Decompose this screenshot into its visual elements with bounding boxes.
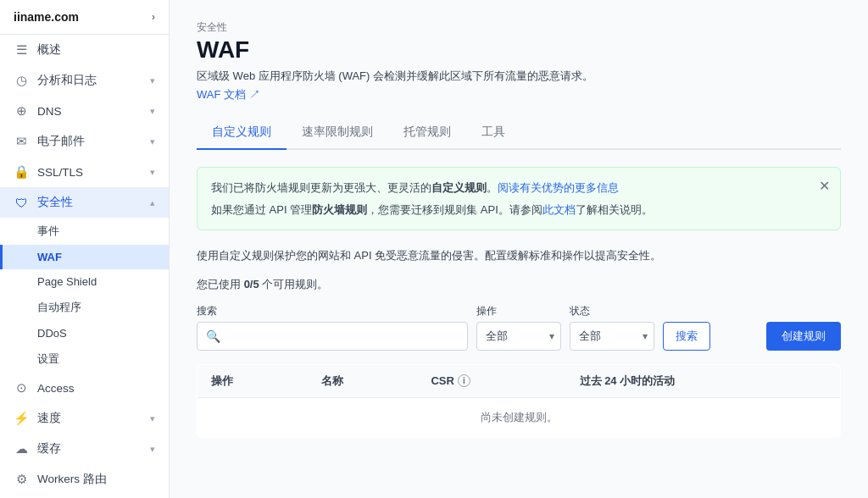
access-icon: ⊙ [14, 380, 29, 396]
sidebar-item-rules[interactable]: ☰ 规则 ▾ [0, 495, 169, 498]
sidebar-label-workers: Workers 路由 [37, 472, 107, 487]
dns-arrow-icon: ▾ [150, 106, 155, 117]
sidebar: iiname.com › ☰ 概述 ◷ 分析和日志 ▾ ⊕ DNS ▾ ✉ 电子… [0, 0, 170, 498]
col-csr: CSR i [417, 364, 565, 397]
search-icon: 🔍 [206, 329, 220, 343]
sidebar-sub-pageshield[interactable]: Page Shield [0, 269, 169, 294]
col-activity: 过去 24 小时的活动 [566, 364, 841, 397]
sidebar-label-speed: 速度 [37, 411, 61, 426]
security-arrow-icon: ▴ [150, 197, 155, 208]
status-select-wrap: 全部 [570, 322, 654, 351]
sidebar-sub-label-pageshield: Page Shield [37, 275, 97, 288]
tab-tools[interactable]: 工具 [466, 116, 520, 150]
status-group: 状态 全部 [570, 304, 654, 351]
email-arrow-icon: ▾ [150, 136, 155, 147]
domain-name: iiname.com [14, 10, 79, 24]
alert-link-2[interactable]: 此文档 [542, 203, 576, 216]
analytics-icon: ◷ [14, 73, 29, 88]
search-input-wrap: 🔍 [197, 322, 468, 351]
cache-arrow-icon: ▾ [150, 444, 155, 455]
alert-suffix-1: 。 [487, 181, 498, 194]
sidebar-item-access[interactable]: ⊙ Access [0, 373, 169, 403]
status-label: 状态 [570, 304, 654, 318]
page-subtitle: 安全性 [197, 20, 841, 35]
alert-bold-2: 防火墙规则 [312, 203, 367, 216]
speed-arrow-icon: ▾ [150, 413, 155, 424]
alert-prefix-2: 如果您通过 API 管理 [211, 203, 312, 216]
empty-text: 尚未创建规则。 [198, 397, 841, 437]
page-description: 区域级 Web 应用程序防火墙 (WAF) 会检测并缓解此区域下所有流量的恶意请… [197, 69, 841, 84]
sidebar-item-ssl[interactable]: 🔒 SSL/TLS ▾ [0, 157, 169, 187]
alert-bold-1: 自定义规则 [431, 181, 487, 194]
alert-link-1[interactable]: 阅读有关优势的更多信息 [498, 181, 619, 194]
tab-managed-rules[interactable]: 托管规则 [388, 116, 466, 150]
email-icon: ✉ [14, 134, 29, 149]
rules-count: 您已使用 0/5 个可用规则。 [197, 277, 841, 292]
sidebar-sub-label-events: 事件 [37, 224, 59, 239]
alert-suffix-2: ，您需要迁移到规则集 API。请参阅 [367, 203, 542, 216]
sidebar-item-email[interactable]: ✉ 电子邮件 ▾ [0, 126, 169, 157]
csr-info-icon[interactable]: i [458, 374, 470, 387]
sidebar-label-cache: 缓存 [37, 441, 61, 456]
sidebar-label-access: Access [37, 382, 75, 395]
docs-link[interactable]: WAF 文档 ↗ [197, 87, 260, 102]
sidebar-label-overview: 概述 [37, 42, 61, 58]
sidebar-item-overview[interactable]: ☰ 概述 [0, 35, 169, 65]
page-title: WAF [197, 36, 841, 64]
alert-close-button[interactable]: ✕ [819, 178, 830, 194]
sidebar-item-dns[interactable]: ⊕ DNS ▾ [0, 96, 169, 126]
analytics-arrow-icon: ▾ [150, 75, 155, 86]
create-rule-button[interactable]: 创建规则 [766, 322, 841, 351]
sidebar-item-security[interactable]: 🛡 安全性 ▴ [0, 187, 169, 218]
sidebar-label-security: 安全性 [37, 195, 73, 210]
sidebar-label-ssl: SSL/TLS [37, 166, 83, 179]
sidebar-item-speed[interactable]: ⚡ 速度 ▾ [0, 403, 169, 434]
alert-banner: ✕ 我们已将防火墙规则更新为更强大、更灵活的自定义规则。阅读有关优势的更多信息 … [197, 167, 841, 230]
domain-selector[interactable]: iiname.com › [0, 0, 169, 35]
sidebar-sub-bot[interactable]: 自动程序 [0, 294, 169, 321]
count-prefix: 您已使用 [197, 278, 241, 290]
section-description: 使用自定义规则保护您的网站和 API 免受恶意流量的侵害。配置缓解标准和操作以提… [197, 247, 841, 265]
sidebar-sub-label-waf: WAF [37, 251, 62, 263]
search-input[interactable] [225, 329, 459, 342]
table-empty-row: 尚未创建规则。 [198, 397, 841, 437]
sidebar-sub-label-ddos: DDoS [37, 327, 67, 340]
action-select-wrap: 全部 [476, 322, 561, 351]
sidebar-sub-waf[interactable]: WAF [0, 245, 169, 269]
dns-icon: ⊕ [14, 103, 29, 119]
col-action: 操作 [198, 364, 309, 397]
sidebar-label-analytics: 分析和日志 [37, 73, 97, 88]
action-label: 操作 [476, 304, 561, 318]
tab-rate-limit[interactable]: 速率限制规则 [287, 116, 388, 150]
count-suffix: 个可用规则。 [262, 278, 328, 290]
sidebar-item-cache[interactable]: ☁ 缓存 ▾ [0, 434, 169, 464]
workers-icon: ⚙ [14, 472, 29, 487]
cache-icon: ☁ [14, 441, 29, 456]
tab-custom-rules[interactable]: 自定义规则 [197, 116, 287, 150]
alert-line-1: 我们已将防火墙规则更新为更强大、更灵活的自定义规则。阅读有关优势的更多信息 [211, 180, 826, 196]
action-group: 操作 全部 [476, 304, 561, 351]
search-label: 搜索 [197, 304, 468, 318]
status-select[interactable]: 全部 [570, 322, 654, 351]
sidebar-sub-label-settings: 设置 [37, 351, 59, 367]
sidebar-item-analytics[interactable]: ◷ 分析和日志 ▾ [0, 65, 169, 96]
tabs-bar: 自定义规则 速率限制规则 托管规则 工具 [197, 116, 841, 150]
sidebar-sub-settings[interactable]: 设置 [0, 346, 169, 373]
alert-prefix-1: 我们已将防火墙规则更新为更强大、更灵活的 [211, 181, 431, 194]
speed-icon: ⚡ [14, 411, 29, 426]
sidebar-sub-events[interactable]: 事件 [0, 218, 169, 245]
action-select[interactable]: 全部 [476, 322, 561, 351]
sidebar-label-email: 电子邮件 [37, 134, 85, 149]
security-icon: 🛡 [14, 195, 29, 210]
sidebar-sub-ddos[interactable]: DDoS [0, 321, 169, 346]
search-button[interactable]: 搜索 [663, 322, 710, 351]
ssl-arrow-icon: ▾ [150, 167, 155, 178]
alert-line-2: 如果您通过 API 管理防火墙规则，您需要迁移到规则集 API。请参阅此文档了解… [211, 202, 826, 219]
ssl-icon: 🔒 [14, 164, 29, 180]
filter-row: 搜索 🔍 操作 全部 状态 全部 搜索 创建规则 [197, 304, 841, 351]
col-name: 名称 [308, 364, 417, 397]
count-used: 0/5 [244, 278, 263, 290]
sidebar-label-dns: DNS [37, 105, 62, 118]
search-group: 搜索 🔍 [197, 304, 468, 351]
sidebar-item-workers[interactable]: ⚙ Workers 路由 [0, 464, 169, 495]
